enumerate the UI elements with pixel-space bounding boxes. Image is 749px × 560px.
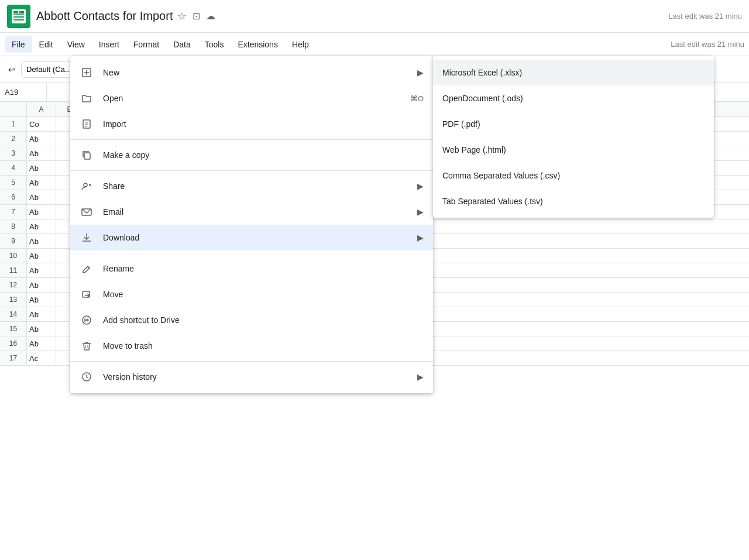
divider-3 xyxy=(70,253,433,253)
menu-import[interactable]: Import xyxy=(70,111,433,137)
cell-a[interactable]: Ab xyxy=(27,278,56,292)
menu-make-copy[interactable]: Make a copy xyxy=(70,142,433,168)
share-icon xyxy=(80,179,94,193)
email-label: Email xyxy=(103,207,413,217)
undo-btn[interactable]: ↩ xyxy=(5,63,19,77)
move-icon[interactable]: ⊡ xyxy=(193,11,200,22)
cell-a[interactable]: Co xyxy=(27,117,56,131)
svg-rect-6 xyxy=(19,11,24,13)
row-number: 9 xyxy=(0,234,27,248)
cloud-icon[interactable]: ☁ xyxy=(206,11,215,22)
menu-item-file[interactable]: File xyxy=(5,36,32,53)
last-edit-text: Last edit was 21 minu xyxy=(668,12,742,20)
cell-a[interactable]: Ab xyxy=(27,146,56,160)
row-number: 1 xyxy=(0,117,27,131)
submenu-pdf[interactable]: PDF (.pdf) xyxy=(433,111,714,137)
menu-open[interactable]: Open ⌘O xyxy=(70,85,433,111)
open-shortcut: ⌘O xyxy=(410,94,424,103)
cell-a[interactable]: Ab xyxy=(27,307,56,321)
cell-a[interactable]: Ab xyxy=(27,161,56,175)
menu-item-data[interactable]: Data xyxy=(166,36,198,53)
row-number: 17 xyxy=(0,351,27,365)
menu-item-format[interactable]: Format xyxy=(126,36,166,53)
menu-version-history[interactable]: Version history ▶ xyxy=(70,364,433,390)
row-number: 6 xyxy=(0,190,27,204)
title-bar: Abbott Contacts for Import ☆ ⊡ ☁ Last ed… xyxy=(0,0,749,33)
new-arrow: ▶ xyxy=(417,68,424,77)
cell-reference[interactable]: A19 xyxy=(0,83,47,101)
submenu-csv[interactable]: Comma Separated Values (.csv) xyxy=(433,163,714,188)
cell-a[interactable]: Ab xyxy=(27,234,56,248)
make-copy-label: Make a copy xyxy=(103,150,424,160)
download-label: Download xyxy=(103,233,413,242)
email-icon xyxy=(80,205,94,219)
star-icon[interactable]: ☆ xyxy=(177,10,187,23)
cell-a[interactable]: Ab xyxy=(27,249,56,263)
open-icon xyxy=(80,91,94,105)
menu-item-edit[interactable]: Edit xyxy=(32,36,60,53)
submenu-tsv[interactable]: Tab Separated Values (.tsv) xyxy=(433,188,714,214)
menu-download[interactable]: Download ▶ xyxy=(70,225,433,250)
row-num-header xyxy=(0,102,27,116)
share-label: Share xyxy=(103,181,413,191)
trash-icon xyxy=(80,339,94,353)
cell-a[interactable]: Ab xyxy=(27,205,56,219)
menu-item-insert[interactable]: Insert xyxy=(92,36,126,53)
row-number: 16 xyxy=(0,336,27,351)
html-label: Web Page (.html) xyxy=(442,145,506,154)
submenu-html[interactable]: Web Page (.html) xyxy=(433,137,714,163)
menu-add-shortcut[interactable]: Add shortcut to Drive xyxy=(70,307,433,333)
shortcut-icon xyxy=(80,313,94,327)
menu-bar: File Edit View Insert Format Data Tools … xyxy=(0,33,749,56)
menu-move[interactable]: Move xyxy=(70,281,433,307)
cell-a[interactable]: Ab xyxy=(27,336,56,351)
menu-new[interactable]: New ▶ xyxy=(70,60,433,85)
rename-label: Rename xyxy=(103,264,424,273)
menu-item-tools[interactable]: Tools xyxy=(198,36,231,53)
new-label: New xyxy=(103,68,413,77)
cell-a[interactable]: Ab xyxy=(27,263,56,277)
cell-a[interactable]: Ab xyxy=(27,293,56,307)
open-label: Open xyxy=(103,94,410,103)
menu-move-trash[interactable]: Move to trash xyxy=(70,333,433,359)
version-history-label: Version history xyxy=(103,372,413,382)
row-number: 14 xyxy=(0,307,27,321)
row-number: 15 xyxy=(0,322,27,336)
font-name: Default (Ca... xyxy=(26,65,71,74)
row-number: 2 xyxy=(0,132,27,146)
cell-a[interactable]: Ab xyxy=(27,132,56,146)
download-submenu[interactable]: Microsoft Excel (.xlsx) OpenDocument (.o… xyxy=(433,56,714,218)
csv-label: Comma Separated Values (.csv) xyxy=(442,171,560,180)
import-label: Import xyxy=(103,119,424,129)
row-number: 12 xyxy=(0,278,27,292)
submenu-ods[interactable]: OpenDocument (.ods) xyxy=(433,85,714,111)
cell-a[interactable]: Ab xyxy=(27,219,56,233)
svg-rect-10 xyxy=(83,120,90,128)
menu-item-view[interactable]: View xyxy=(60,36,92,53)
ods-label: OpenDocument (.ods) xyxy=(442,94,523,103)
row-number: 8 xyxy=(0,219,27,233)
menu-rename[interactable]: Rename xyxy=(70,256,433,281)
menu-item-extensions[interactable]: Extensions xyxy=(231,36,284,53)
cell-a[interactable]: Ab xyxy=(27,176,56,190)
menu-item-help[interactable]: Help xyxy=(285,36,316,53)
col-header-a: A xyxy=(27,102,56,116)
svg-rect-2 xyxy=(13,13,24,15)
cell-a[interactable]: Ac xyxy=(27,351,56,365)
move-trash-label: Move to trash xyxy=(103,341,424,351)
import-icon xyxy=(80,117,94,131)
download-icon xyxy=(80,231,94,245)
rename-icon xyxy=(80,262,94,276)
new-icon xyxy=(80,66,94,80)
copy-icon xyxy=(80,148,94,162)
file-menu[interactable]: New ▶ Open ⌘O Import xyxy=(70,56,433,393)
last-edit-menubar: Last edit was 21 minu xyxy=(671,40,744,49)
menu-email[interactable]: Email ▶ xyxy=(70,199,433,225)
svg-point-15 xyxy=(84,183,87,187)
row-number: 10 xyxy=(0,249,27,263)
menu-share[interactable]: Share ▶ xyxy=(70,173,433,199)
cell-a[interactable]: Ab xyxy=(27,322,56,336)
row-number: 13 xyxy=(0,293,27,307)
submenu-xlsx[interactable]: Microsoft Excel (.xlsx) xyxy=(433,60,714,85)
cell-a[interactable]: Ab xyxy=(27,190,56,204)
